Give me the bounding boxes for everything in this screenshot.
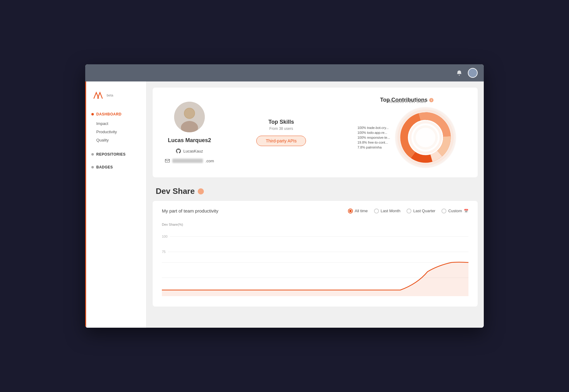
sidebar-subitem-quality[interactable]: Quality <box>85 136 146 144</box>
filter-custom-label: Custom <box>448 209 462 213</box>
logo-beta-label: beta <box>107 93 113 97</box>
chart-area: Dev Share(%) 100 75 <box>162 220 468 299</box>
nav-dot-repositories <box>91 153 94 156</box>
sidebar-repositories-label: REPOSITORIES <box>96 152 126 156</box>
filter-lastmonth-label: Last Month <box>381 209 400 213</box>
email-icon <box>165 158 170 163</box>
chart-grid-100: 100 <box>162 229 468 244</box>
active-indicator <box>85 81 86 328</box>
top-skills-title: Top Skills <box>268 119 294 125</box>
content-area: Lucas Marques2 LucasKauz .com <box>147 81 484 328</box>
dev-share-subtitle: My part of team productivity <box>162 208 218 213</box>
chart-grid: 100 75 <box>162 229 468 259</box>
radio-custom <box>441 209 446 213</box>
legend-item-4: 7.8% palmirinha <box>357 145 390 149</box>
sidebar-nav: DASHBOARD Impact Productivity Quality RE… <box>85 109 146 179</box>
main-layout: beta DASHBOARD Impact Productivity Quali… <box>85 81 484 328</box>
info-icon: i <box>429 98 433 102</box>
profile-avatar <box>174 102 205 132</box>
sidebar-dashboard-label: DASHBOARD <box>96 112 122 116</box>
top-bar <box>85 64 484 81</box>
email-suffix: .com <box>205 159 214 163</box>
radio-inner-alltime <box>349 210 352 212</box>
filter-lastquarter[interactable]: Last Quarter <box>407 209 435 213</box>
legend-item-2: 100% responsive-te... <box>357 136 390 139</box>
svg-point-0 <box>459 75 460 76</box>
top-bar-icons <box>454 68 478 78</box>
dev-share-section: Dev Share My part of team productivity <box>153 183 478 313</box>
profile-left: Lucas Marques2 LucasKauz .com <box>165 102 214 163</box>
filter-custom[interactable]: Custom 📅 <box>441 209 468 213</box>
contributions-content: 100% trade-bot-cry... 100% todo-app-re..… <box>357 107 456 168</box>
github-icon <box>176 149 181 153</box>
github-username: LucasKauz <box>183 149 203 153</box>
legend-item-0: 100% trade-bot-cry... <box>357 126 390 130</box>
sidebar-item-repositories[interactable]: REPOSITORIES <box>85 149 146 160</box>
sidebar-subitem-productivity[interactable]: Productivity <box>85 128 146 136</box>
sidebar: beta DASHBOARD Impact Productivity Quali… <box>85 81 147 328</box>
notification-bell-icon[interactable] <box>454 68 464 78</box>
nav-dot-dashboard <box>91 113 94 115</box>
filter-alltime-label: All time <box>355 209 368 213</box>
donut-chart <box>395 107 456 168</box>
dev-share-header: My part of team productivity All time <box>162 208 468 213</box>
profile-card: Lucas Marques2 LucasKauz .com <box>153 88 478 177</box>
contributions-legend: 100% trade-bot-cry... 100% todo-app-re..… <box>357 126 390 149</box>
dev-share-title-row: Dev Share <box>153 187 478 196</box>
radio-alltime <box>348 209 353 213</box>
email-blur <box>172 159 203 163</box>
y-tick-100: 100 <box>162 235 167 238</box>
legend-item-1: 100% todo-app-re... <box>357 131 390 134</box>
chart-svg-container <box>162 259 468 296</box>
chart-grid-75: 75 <box>162 244 468 259</box>
profile-github: LucasKauz <box>176 149 203 153</box>
chart-line-svg <box>162 259 468 296</box>
sidebar-badges-label: BADGES <box>96 165 113 169</box>
user-avatar[interactable] <box>468 68 478 78</box>
svg-point-4 <box>185 108 194 118</box>
sidebar-subitem-impact[interactable]: Impact <box>85 119 146 128</box>
filter-lastmonth[interactable]: Last Month <box>374 209 400 213</box>
logo-icon <box>91 91 105 100</box>
nav-dot-badges <box>91 166 94 168</box>
sidebar-item-dashboard[interactable]: DASHBOARD <box>85 109 146 119</box>
y-tick-75: 75 <box>162 250 166 254</box>
profile-email: .com <box>165 158 214 163</box>
contributions-header: Top Contributions i Measured in Dev Shar… <box>380 97 434 104</box>
legend-item-3: 19.8% free-to-cont... <box>357 141 390 144</box>
dev-share-dot <box>198 188 204 194</box>
svg-rect-5 <box>165 159 170 162</box>
sidebar-item-badges[interactable]: BADGES <box>85 162 146 172</box>
top-skill-badge: Third-party APIs <box>256 136 306 146</box>
profile-name: Lucas Marques2 <box>168 137 211 144</box>
top-skills-subtitle: From 38 users <box>269 126 293 131</box>
filter-alltime[interactable]: All time <box>348 209 368 213</box>
dev-share-title: Dev Share <box>156 187 195 196</box>
screen-wrapper: beta DASHBOARD Impact Productivity Quali… <box>85 64 484 328</box>
calendar-icon: 📅 <box>464 209 468 213</box>
radio-lastquarter <box>407 209 411 213</box>
chart-y-label: Dev Share(%) <box>162 223 468 226</box>
svg-point-14 <box>416 128 435 147</box>
dev-share-card: My part of team productivity All time <box>153 201 478 307</box>
filter-options: All time Last Month Last Quarter <box>348 209 468 213</box>
avatar-silhouette <box>174 102 205 132</box>
top-skills-section: Top Skills From 38 users Third-party API… <box>232 119 330 146</box>
donut-svg <box>395 107 456 168</box>
radio-lastmonth <box>374 209 379 213</box>
filter-lastquarter-label: Last Quarter <box>413 209 435 213</box>
contributions-subtitle: Measured in Dev Share <box>380 100 434 104</box>
logo-area: beta <box>85 88 146 109</box>
top-contributions-section: Top Contributions i Measured in Dev Shar… <box>348 97 465 168</box>
